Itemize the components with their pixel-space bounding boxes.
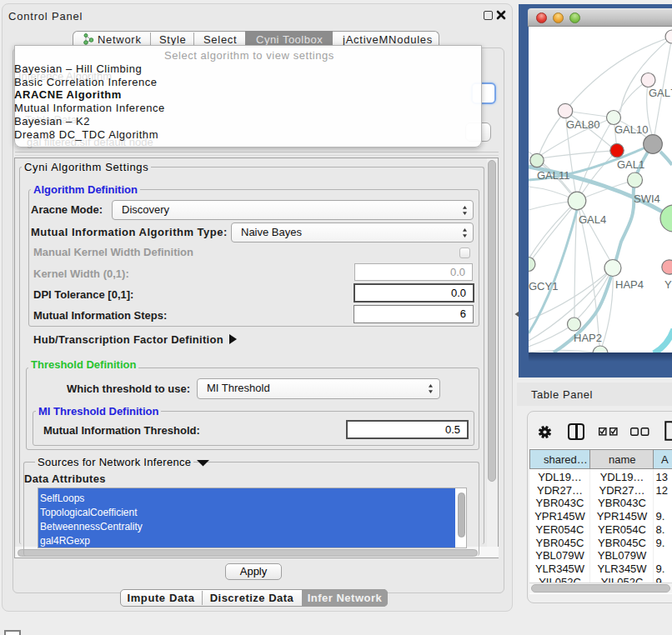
svg-text:Y: Y — [664, 278, 672, 291]
svg-text:SWI4: SWI4 — [634, 192, 660, 205]
svg-text:HAP4: HAP4 — [615, 278, 644, 291]
svg-text:GAL4: GAL4 — [579, 213, 606, 226]
svg-text:GAL10: GAL10 — [614, 123, 648, 136]
svg-text:GCY1: GCY1 — [529, 280, 558, 292]
svg-text:GAL1: GAL1 — [617, 158, 644, 171]
svg-text:HAP2: HAP2 — [574, 332, 602, 344]
svg-text:GAL11: GAL11 — [537, 169, 570, 182]
svg-text:GAL80: GAL80 — [566, 118, 599, 131]
svg-text:GAL7: GAL7 — [649, 87, 672, 99]
